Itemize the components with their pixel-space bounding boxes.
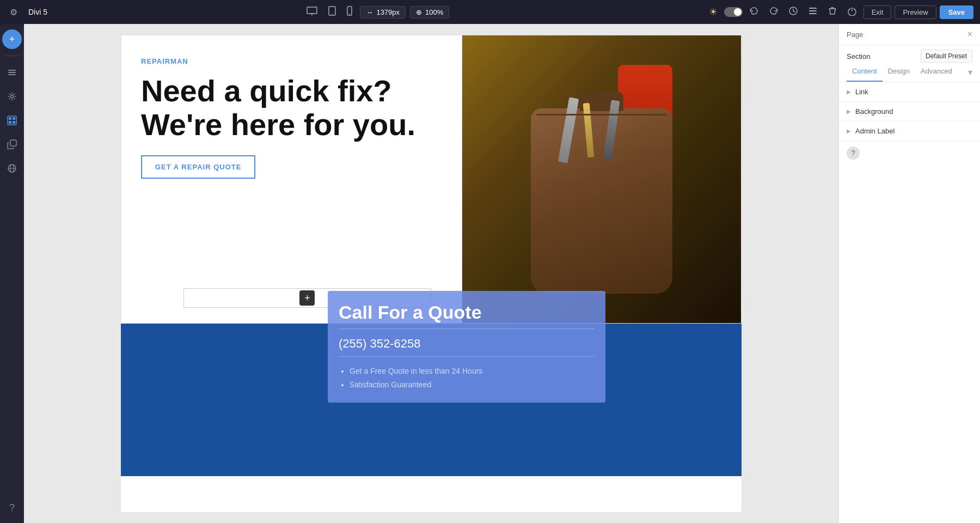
topbar-left: ⚙ Divi 5 — [7, 5, 47, 20]
hero-cta-button[interactable]: GET A REPAIR QUOTE — [141, 155, 255, 179]
layout-icon — [808, 6, 818, 16]
svg-rect-13 — [8, 74, 16, 75]
accordion-admin-label: ▶ Admin Label — [839, 121, 980, 141]
accordion-background: ▶ Background — [839, 102, 980, 121]
hero-title: Need a quick fix? We're here for you. — [141, 74, 442, 141]
svg-rect-20 — [10, 140, 16, 146]
quote-features-list: Get a Free Quote in less than 24 Hours S… — [339, 364, 595, 392]
power-button[interactable] — [844, 4, 860, 20]
svg-rect-12 — [8, 72, 16, 73]
topbar: ⚙ Divi 5 ↔ 1379px ⊕ 100% ☀ — [0, 0, 980, 24]
width-value: 1379px — [376, 8, 400, 16]
help-button[interactable]: ? — [847, 147, 860, 160]
panel-close-button[interactable]: × — [967, 29, 972, 39]
svg-rect-9 — [809, 10, 817, 11]
accordion-arrow-background: ▶ — [847, 108, 851, 114]
history-icon — [788, 6, 798, 16]
width-display[interactable]: ↔ 1379px — [360, 6, 406, 19]
sidebar-copy-button[interactable] — [2, 135, 22, 154]
undo-icon — [749, 6, 759, 16]
gear-button[interactable]: ⚙ — [7, 5, 21, 20]
layout-button[interactable] — [805, 4, 821, 20]
topbar-center: ↔ 1379px ⊕ 100% — [54, 4, 699, 20]
redo-button[interactable] — [765, 4, 782, 20]
canvas-area[interactable]: REPAIRMAN Need a quick fix? We're here f… — [24, 24, 838, 523]
add-row-icon: + — [304, 293, 310, 304]
main-area: + ? REPAIRMAN Need a quick fix? We're he… — [0, 24, 980, 523]
device-tablet-button[interactable] — [325, 4, 339, 20]
right-panel: Page × Section Default Preset Content De… — [838, 24, 980, 523]
accordion-arrow-admin: ▶ — [847, 128, 851, 134]
hero-image — [462, 35, 741, 323]
tabs-row: Content Design Advanced ▾ — [839, 63, 980, 82]
gear-icon: ⚙ — [10, 8, 17, 17]
sidebar-add-button[interactable]: + — [2, 29, 22, 49]
accordion-background-label: Background — [855, 107, 893, 115]
list-item: Get a Free Quote in less than 24 Hours — [350, 364, 595, 378]
trash-icon — [828, 6, 837, 16]
pliers-icon — [603, 100, 620, 160]
exit-button[interactable]: Exit — [863, 5, 892, 19]
sidebar-portability-button[interactable] — [2, 159, 22, 178]
save-button[interactable]: Save — [940, 5, 973, 19]
hero-right-column — [462, 35, 741, 323]
redo-icon — [769, 6, 779, 16]
tablet-icon — [328, 6, 336, 16]
sidebar-separator — [5, 56, 19, 56]
section-label: Section — [847, 52, 870, 60]
tab-more-button[interactable]: ▾ — [968, 63, 972, 82]
hero-section: REPAIRMAN Need a quick fix? We're here f… — [121, 35, 742, 324]
wrench-icon — [558, 97, 579, 163]
svg-point-14 — [11, 95, 14, 98]
accordion-link-header[interactable]: ▶ Link — [839, 82, 980, 101]
desktop-icon — [307, 7, 317, 15]
sidebar-settings-button[interactable] — [2, 87, 22, 106]
bag-strap — [536, 114, 667, 115]
svg-rect-8 — [809, 8, 817, 9]
svg-rect-11 — [8, 70, 16, 71]
quote-card-title: Call For a Quote — [339, 302, 595, 329]
device-desktop-button[interactable] — [303, 4, 321, 20]
left-sidebar: + ? — [0, 24, 24, 523]
quote-card-phone: (255) 352-6258 — [339, 337, 595, 357]
tab-content[interactable]: Content — [847, 63, 883, 82]
theme-toggle[interactable] — [724, 7, 743, 17]
screwdriver-icon — [583, 103, 595, 158]
accordion-admin-label-text: Admin Label — [855, 127, 895, 135]
quote-card: Call For a Quote (255) 352-6258 Get a Fr… — [328, 291, 605, 403]
mobile-icon — [347, 6, 352, 16]
svg-rect-19 — [13, 121, 15, 124]
tab-design[interactable]: Design — [883, 63, 915, 82]
topbar-right: ☀ Exit Preview Save — [706, 4, 973, 20]
svg-rect-10 — [809, 13, 817, 14]
preview-button[interactable]: Preview — [895, 5, 936, 19]
accordion-background-header[interactable]: ▶ Background — [839, 102, 980, 121]
canvas-content: REPAIRMAN Need a quick fix? We're here f… — [121, 35, 742, 512]
tab-advanced[interactable]: Advanced — [915, 63, 958, 82]
sidebar-help-button[interactable]: ? — [2, 498, 22, 518]
tool-bag — [531, 108, 672, 294]
panel-header-title: Page — [847, 31, 863, 39]
device-mobile-button[interactable] — [344, 4, 356, 20]
width-icon: ↔ — [366, 8, 373, 16]
svg-rect-17 — [9, 121, 11, 124]
history-button[interactable] — [785, 4, 801, 20]
sidebar-layers-button[interactable] — [2, 63, 22, 82]
zoom-display[interactable]: ⊕ 100% — [410, 6, 449, 19]
svg-rect-18 — [13, 117, 15, 120]
preset-select[interactable]: Default Preset — [921, 50, 972, 63]
accordion-admin-label-header[interactable]: ▶ Admin Label — [839, 121, 980, 141]
undo-button[interactable] — [746, 4, 762, 20]
sidebar-search-button[interactable] — [2, 111, 22, 130]
app-title: Divi 5 — [28, 8, 47, 16]
trash-button[interactable] — [824, 4, 841, 20]
svg-rect-0 — [307, 7, 317, 14]
accordion-link-label: Link — [855, 88, 868, 96]
svg-point-4 — [332, 14, 333, 15]
hero-left-column: REPAIRMAN Need a quick fix? We're here f… — [121, 35, 462, 323]
svg-rect-16 — [9, 117, 11, 120]
power-icon — [847, 6, 857, 16]
add-row-button[interactable]: + — [299, 290, 315, 306]
preset-select-wrapper: Default Preset — [921, 50, 972, 63]
toolbag-illustration — [520, 65, 683, 294]
